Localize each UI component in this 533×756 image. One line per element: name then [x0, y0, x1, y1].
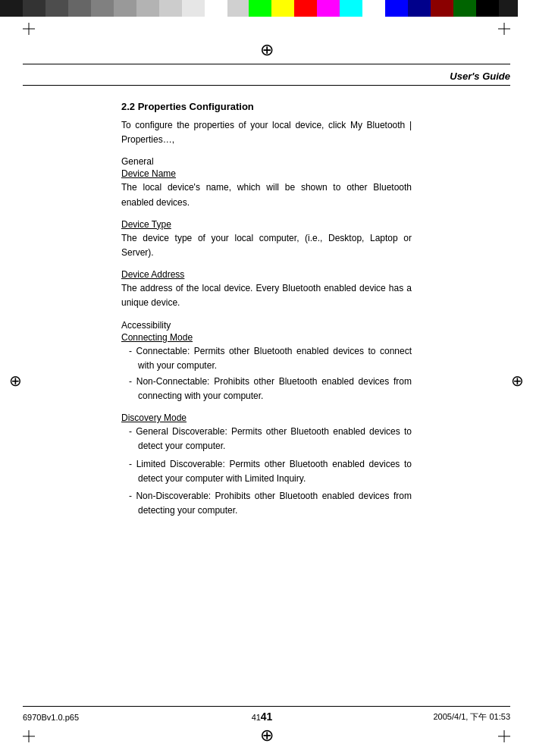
main-content: 2.2 Properties Configuration To configur…	[23, 101, 510, 518]
discovery-mode-label: Discovery Mode	[121, 413, 412, 423]
page-content: ⊕ User's Guide 2.2 Properties Configurat…	[0, 21, 533, 726]
header-line	[23, 85, 510, 86]
color-block	[476, 0, 499, 17]
right-color-bar	[249, 0, 533, 17]
footer-right: 2005/4/1, 下午 01:53	[433, 711, 510, 723]
discovery-mode-item-2: - Non-Discoverable: Prohibits other Blue…	[121, 489, 412, 518]
device-address-text: The address of the local device. Every B…	[121, 281, 412, 310]
left-gray-bar	[0, 0, 249, 17]
color-block	[362, 0, 385, 17]
color-block	[499, 0, 518, 17]
corner-mark-tl	[23, 23, 35, 38]
connecting-mode-items: - Connectable: Permits other Bluetooth e…	[121, 344, 412, 404]
discovery-mode-items: - General Discoverable: Permits other Bl…	[121, 425, 412, 518]
gray-block	[136, 0, 159, 17]
gray-block	[23, 0, 45, 17]
color-block	[453, 0, 476, 17]
corner-mark-tr	[498, 23, 510, 38]
footer-left: 6970Bv1.0.p65	[23, 713, 79, 722]
top-bar-area	[0, 0, 533, 17]
color-block	[408, 0, 431, 17]
gray-block	[0, 0, 23, 17]
header-title: User's Guide	[23, 64, 510, 85]
color-block	[294, 0, 317, 17]
device-name-label: Device Name	[121, 168, 412, 179]
gray-block	[114, 0, 136, 17]
gray-block	[159, 0, 182, 17]
color-block	[249, 0, 271, 17]
device-address-label: Device Address	[121, 269, 412, 280]
general-label: General	[121, 156, 412, 167]
footer-rule	[23, 706, 510, 707]
header-crosshair: ⊕	[260, 40, 274, 60]
gray-block	[182, 0, 205, 17]
color-block	[340, 0, 362, 17]
color-block	[431, 0, 453, 17]
color-block	[317, 0, 340, 17]
color-block	[271, 0, 294, 17]
gray-block	[68, 0, 91, 17]
footer-center: 41	[252, 713, 261, 722]
page-number: 41	[261, 711, 273, 723]
footer-right-mark	[498, 730, 510, 745]
color-block	[385, 0, 408, 17]
gray-block	[227, 0, 249, 17]
connecting-mode-label: Connecting Mode	[121, 332, 412, 343]
gray-block	[45, 0, 68, 17]
section-heading: 2.2 Properties Configuration	[121, 101, 412, 112]
gray-block	[91, 0, 114, 17]
device-type-label: Device Type	[121, 219, 412, 230]
device-type-text: The device type of your local computer, …	[121, 231, 412, 260]
device-name-text: The local device's name, which will be s…	[121, 180, 412, 209]
connecting-mode-item-0: - Connectable: Permits other Bluetooth e…	[121, 344, 412, 373]
accessibility-label: Accessibility	[121, 320, 412, 331]
gray-block	[205, 0, 227, 17]
footer-center-crosshair: ⊕	[260, 726, 274, 745]
discovery-mode-item-0: - General Discoverable: Permits other Bl…	[121, 425, 412, 453]
intro-text: To configure the properties of your loca…	[121, 118, 412, 147]
footer-left-mark	[23, 730, 35, 745]
discovery-mode-item-1: - Limited Discoverable: Permits other Bl…	[121, 457, 412, 486]
connecting-mode-item-1: - Non-Connectable: Prohibits other Bluet…	[121, 375, 412, 403]
